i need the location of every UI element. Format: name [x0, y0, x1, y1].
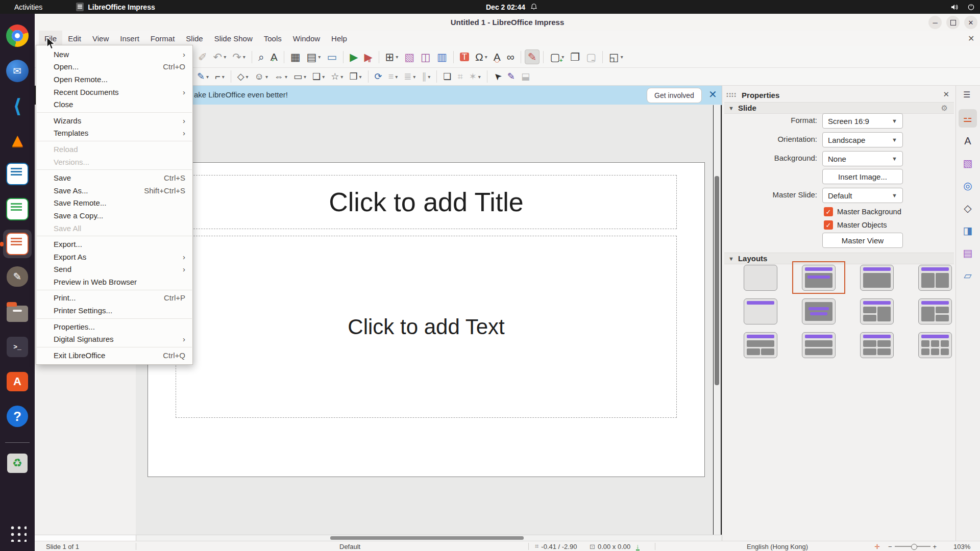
- distribute-selection-icon[interactable]: ∥▾: [419, 70, 433, 83]
- dropdown-arrow-icon[interactable]: ▾: [243, 54, 246, 60]
- gallery-tab[interactable]: ▧: [959, 154, 977, 172]
- flowchart-shapes-icon[interactable]: ▭▾: [291, 70, 309, 83]
- layout-title-content-2content[interactable]: [734, 329, 787, 361]
- dropdown-arrow-icon[interactable]: ▾: [222, 74, 225, 80]
- file-menu-item-preview-in-web-browser[interactable]: Preview in Web Browser: [36, 276, 192, 288]
- shapes-tab[interactable]: ◇: [959, 199, 977, 217]
- master-view-button[interactable]: Master View: [822, 233, 903, 248]
- arrange-icon[interactable]: ≣▾: [401, 70, 418, 83]
- dropdown-arrow-icon[interactable]: ▾: [396, 54, 398, 60]
- curves-and-polygons-icon[interactable]: ✎▾: [194, 70, 211, 83]
- find-and-replace-icon[interactable]: ⌕: [256, 50, 267, 64]
- get-involved-button[interactable]: Get involved: [647, 88, 702, 103]
- connectors-icon[interactable]: ⌐▾: [212, 70, 227, 83]
- shadow-icon[interactable]: ❏: [440, 70, 454, 83]
- dock-libreoffice-impress[interactable]: [3, 230, 32, 258]
- file-menu-item-export[interactable]: Export...: [36, 238, 192, 251]
- dropdown-arrow-icon[interactable]: ▾: [322, 74, 325, 80]
- system-status-area[interactable]: [951, 0, 975, 14]
- zoom-track[interactable]: [895, 546, 930, 547]
- dock-trash[interactable]: ♻: [3, 449, 32, 478]
- section-settings-icon[interactable]: ⚙: [941, 104, 948, 113]
- dropdown-arrow-icon[interactable]: ▾: [304, 74, 306, 80]
- insert-special-characters-icon[interactable]: Ω▾: [473, 50, 490, 64]
- dropdown-arrow-icon[interactable]: ▾: [478, 74, 481, 80]
- file-menu-item-open[interactable]: Open...Ctrl+O: [36, 61, 192, 73]
- file-menu-item-save[interactable]: SaveCtrl+S: [36, 171, 192, 184]
- file-menu-item-reload[interactable]: Reload: [36, 143, 192, 156]
- redo-icon[interactable]: ↷▾: [230, 50, 248, 64]
- dock-app-grid[interactable]: [3, 518, 32, 547]
- file-menu-item-send[interactable]: Send›: [36, 263, 192, 276]
- panel-close-icon[interactable]: ✕: [943, 90, 949, 99]
- zoom-slider[interactable]: − +: [888, 541, 937, 551]
- dropdown-arrow-icon[interactable]: ▾: [340, 74, 343, 80]
- select-icon[interactable]: ➤: [491, 70, 504, 83]
- file-menu-item-exit-libreoffice[interactable]: Exit LibreOfficeCtrl+Q: [36, 349, 192, 362]
- text-language[interactable]: English (Hong Kong): [701, 541, 854, 551]
- zoom-percent[interactable]: 103%: [953, 541, 970, 551]
- menu-edit[interactable]: Edit: [62, 31, 87, 46]
- insert-media-icon[interactable]: ◫: [418, 50, 433, 64]
- menu-format[interactable]: Format: [145, 31, 181, 46]
- zoom-in-icon[interactable]: +: [933, 543, 937, 550]
- insert-comment-icon[interactable]: ▭: [324, 50, 339, 64]
- insert-hyperlink-icon[interactable]: ∞: [504, 50, 517, 64]
- block-arrows-icon[interactable]: ⇔▾: [272, 70, 290, 83]
- start-from-first-slide-icon[interactable]: ▶: [347, 50, 360, 64]
- file-menu-item-export-as[interactable]: Export As›: [36, 251, 192, 263]
- master-objects-checkbox[interactable]: ✓: [824, 220, 833, 230]
- file-menu-item-templates[interactable]: Templates›: [36, 127, 192, 140]
- file-menu-item-close[interactable]: Close: [36, 98, 192, 111]
- dropdown-arrow-icon[interactable]: ▾: [413, 74, 415, 80]
- slide-section-header[interactable]: ▼ Slide ⚙: [724, 102, 954, 114]
- file-menu-item-save-remote[interactable]: Save Remote...: [36, 197, 192, 210]
- menu-slide-show[interactable]: Slide Show: [209, 31, 258, 46]
- layout-title-content-single[interactable]: [850, 261, 903, 294]
- dock-files[interactable]: [3, 298, 32, 327]
- slide-transition-tab[interactable]: ◨: [959, 221, 977, 240]
- menu-help[interactable]: Help: [326, 31, 353, 46]
- file-menu-item-print[interactable]: Print...Ctrl+P: [36, 292, 192, 305]
- layout-title-two-content[interactable]: [909, 261, 962, 294]
- dropdown-arrow-icon[interactable]: ▾: [224, 54, 226, 60]
- vertical-scrollbar[interactable]: [714, 105, 721, 535]
- title-placeholder[interactable]: Click to add Title: [176, 175, 677, 229]
- insert-text-box-icon[interactable]: T: [457, 51, 472, 63]
- insert-fontwork-icon[interactable]: A◡: [491, 50, 503, 64]
- file-menu-item-versions[interactable]: Versions...: [36, 156, 192, 168]
- dropdown-arrow-icon[interactable]: ▾: [395, 74, 398, 80]
- file-menu-item-open-remote[interactable]: Open Remote...: [36, 73, 192, 86]
- layout-title-1content-2content[interactable]: [909, 295, 962, 328]
- symbol-shapes-icon[interactable]: ☺▾: [252, 70, 271, 83]
- save-status-icon[interactable]: ↓: [636, 542, 640, 550]
- callout-shapes-icon[interactable]: ❑▾: [310, 70, 327, 83]
- navigator-tab[interactable]: ◎: [959, 177, 977, 195]
- dock-ubuntu-software[interactable]: A: [3, 367, 32, 396]
- animation-tab[interactable]: ▤: [959, 244, 977, 262]
- master-slides-tab[interactable]: ▱: [959, 266, 977, 285]
- new-slide-icon[interactable]: ▢+▾: [547, 50, 567, 64]
- layout-title-only[interactable]: [734, 295, 787, 328]
- minimize-button[interactable]: ─: [928, 16, 942, 29]
- crop-image-icon[interactable]: ⌗: [455, 70, 465, 83]
- dock-thunderbird[interactable]: ✉: [3, 57, 32, 85]
- insert-image-icon[interactable]: ▧: [402, 50, 417, 64]
- window-titlebar[interactable]: Untitled 1 - LibreOffice Impress: [35, 14, 980, 31]
- layout-title-2content-1content[interactable]: [850, 295, 903, 328]
- file-menu-item-save-all[interactable]: Save All: [36, 222, 192, 235]
- sidebar-menu-icon[interactable]: ☰: [963, 90, 970, 99]
- file-menu-item-recent-documents[interactable]: Recent Documents›: [36, 86, 192, 98]
- dock-help[interactable]: ?: [3, 402, 32, 431]
- dock-libreoffice-calc[interactable]: [3, 195, 32, 223]
- dropdown-arrow-icon[interactable]: ▾: [621, 54, 623, 60]
- file-menu-item-save-as[interactable]: Save As...Shift+Ctrl+S: [36, 184, 192, 197]
- activities-button[interactable]: Activities: [10, 3, 46, 11]
- show-gluepoint-functions-icon[interactable]: ⬓: [519, 70, 532, 83]
- slide-style[interactable]: Default: [339, 541, 360, 551]
- show-draw-functions-icon[interactable]: ✎: [525, 49, 540, 64]
- master-objects-checkbox-row[interactable]: ✓ Master Objects: [824, 220, 887, 230]
- master-slide-select[interactable]: Default ▼: [822, 188, 903, 203]
- 3d-objects-icon[interactable]: ❒▾: [347, 70, 364, 83]
- dropdown-arrow-icon[interactable]: ▾: [285, 74, 287, 80]
